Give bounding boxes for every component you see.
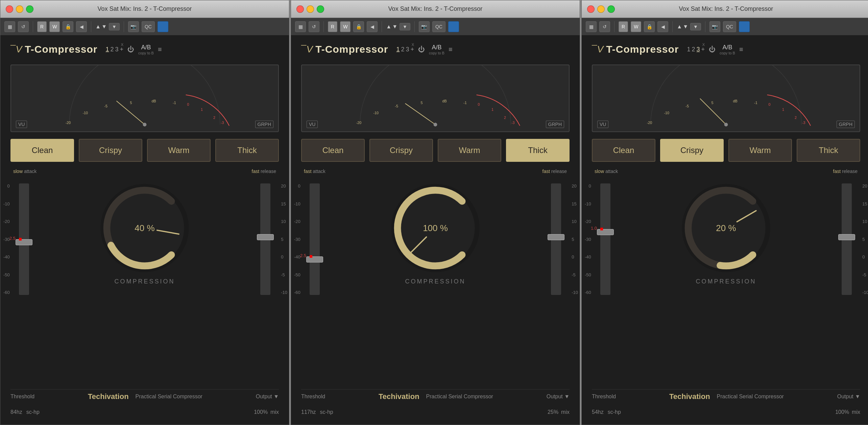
mode-btn-warm[interactable]: Warm xyxy=(147,139,211,162)
plugin-body: ¯V T-Compressor X 123+ ⏻ A/B copy to B ≡… xyxy=(291,35,580,425)
back-icon[interactable]: ◀ xyxy=(76,21,87,32)
preset-num-3[interactable]: 3 xyxy=(697,46,700,53)
mode-btn-crispy[interactable]: Crispy xyxy=(660,139,724,162)
preset-num-1[interactable]: 1 xyxy=(687,46,691,53)
power-icon[interactable]: ⏻ xyxy=(418,46,425,53)
nav-arrows[interactable]: ▲ ▼ ▼ xyxy=(677,23,701,30)
write-btn[interactable]: W xyxy=(340,21,351,32)
preset-num-+[interactable]: + xyxy=(120,46,124,53)
maximize-button[interactable] xyxy=(607,5,615,13)
grid-icon[interactable]: ▦ xyxy=(295,21,306,32)
threshold-slider[interactable]: 0-10-20-30-40-50-60 xyxy=(600,183,610,295)
output-slider[interactable]: 20151050-5-10 xyxy=(260,183,270,295)
subtitle-label: Practical Serial Compressor xyxy=(136,394,202,400)
svg-text:-3: -3 xyxy=(511,121,515,125)
sc-hp-value[interactable]: sc-hp xyxy=(320,409,333,415)
preset-num-+[interactable]: + xyxy=(411,46,414,53)
loop-icon[interactable]: ↺ xyxy=(599,21,610,32)
lock-icon[interactable]: 🔒 xyxy=(63,21,73,32)
maximize-button[interactable] xyxy=(317,5,324,13)
daw-toolbar: ▦ ↺ R W 🔒 ◀ ▲ ▼ ▼ 📷 QC xyxy=(291,18,580,35)
cam-icon[interactable]: 📷 xyxy=(419,21,430,32)
close-button[interactable] xyxy=(296,5,304,13)
output-thumb[interactable] xyxy=(548,234,564,240)
logo-symbol: ¯V xyxy=(592,45,603,54)
preset-num-2[interactable]: 2 xyxy=(111,46,114,53)
knob-container[interactable]: 40 % xyxy=(97,181,192,275)
output-thumb[interactable] xyxy=(838,234,855,240)
menu-icon[interactable]: ≡ xyxy=(739,46,743,53)
threshold-footer-label: Threshold xyxy=(592,394,616,400)
mode-btn-thick[interactable]: Thick xyxy=(797,139,860,162)
ab-button[interactable]: A/B xyxy=(723,44,732,51)
output-slider[interactable]: 20151050-5-10 xyxy=(551,183,561,295)
mode-btn-clean[interactable]: Clean xyxy=(592,139,655,162)
threshold-thumb[interactable] xyxy=(306,256,323,262)
qc-btn[interactable]: QC xyxy=(142,21,155,32)
lock-icon[interactable]: 🔒 xyxy=(644,21,655,32)
qc-btn[interactable]: QC xyxy=(723,21,736,32)
preset-num-3[interactable]: 3 xyxy=(115,46,119,53)
lock-icon[interactable]: 🔒 xyxy=(353,21,364,32)
minimize-button[interactable] xyxy=(307,5,314,13)
minimize-button[interactable] xyxy=(597,5,605,13)
menu-icon[interactable]: ≡ xyxy=(449,46,453,53)
header-controls: X 123+ ⏻ A/B copy to B ≡ xyxy=(106,44,162,55)
ab-button[interactable]: A/B xyxy=(141,44,151,51)
back-icon[interactable]: ◀ xyxy=(367,21,378,32)
preset-num-1[interactable]: 1 xyxy=(106,46,109,53)
knob-container[interactable]: 20 % xyxy=(679,181,773,275)
threshold-slider[interactable]: 0-10-20-30-40-50-60 xyxy=(310,183,320,295)
qc-btn[interactable]: QC xyxy=(432,21,445,32)
write-btn[interactable]: W xyxy=(49,21,60,32)
mode-btn-clean[interactable]: Clean xyxy=(10,139,74,162)
knob-container[interactable]: 100 % xyxy=(388,181,483,275)
preset-selector: X 123+ xyxy=(687,46,705,53)
plugin-logo: ¯V T-Compressor xyxy=(301,44,388,55)
mode-btn-warm[interactable]: Warm xyxy=(728,139,792,162)
freq-value[interactable]: 84hz xyxy=(10,409,22,415)
maximize-button[interactable] xyxy=(26,5,33,13)
sc-hp-value[interactable]: sc-hp xyxy=(608,409,621,415)
freq-value[interactable]: 117hz xyxy=(301,409,316,415)
loop-icon[interactable]: ↺ xyxy=(18,21,29,32)
preset-num-2[interactable]: 2 xyxy=(401,46,405,53)
mode-btn-warm[interactable]: Warm xyxy=(438,139,501,162)
output-thumb[interactable] xyxy=(257,234,274,240)
preset-num-1[interactable]: 1 xyxy=(396,46,400,53)
threshold-thumb[interactable] xyxy=(16,239,32,245)
nav-arrows[interactable]: ▲ ▼ ▼ xyxy=(386,23,410,30)
record-btn[interactable]: R xyxy=(37,21,47,32)
cam-icon[interactable]: 📷 xyxy=(709,21,720,32)
sc-hp-value[interactable]: sc-hp xyxy=(26,409,40,415)
loop-icon[interactable]: ↺ xyxy=(309,21,319,32)
power-icon[interactable]: ⏻ xyxy=(127,46,134,53)
mode-btn-crispy[interactable]: Crispy xyxy=(79,139,142,162)
menu-icon[interactable]: ≡ xyxy=(158,46,162,53)
close-button[interactable] xyxy=(587,5,595,13)
freq-value[interactable]: 54hz xyxy=(592,409,604,415)
output-slider[interactable]: 20151050-5-10 xyxy=(842,183,852,295)
footer-center: Techivation Practical Serial Compressor xyxy=(379,392,493,401)
nav-arrows[interactable]: ▲ ▼ ▼ xyxy=(95,23,120,30)
close-button[interactable] xyxy=(6,5,13,13)
mode-btn-crispy[interactable]: Crispy xyxy=(369,139,433,162)
mode-btn-clean[interactable]: Clean xyxy=(301,139,365,162)
ab-button[interactable]: A/B xyxy=(432,44,442,51)
record-btn[interactable]: R xyxy=(328,21,337,32)
back-icon[interactable]: ◀ xyxy=(657,21,668,32)
mode-btn-thick[interactable]: Thick xyxy=(215,139,279,162)
preset-num-+[interactable]: + xyxy=(701,46,705,53)
threshold-thumb[interactable] xyxy=(597,229,614,235)
power-icon[interactable]: ⏻ xyxy=(709,46,716,53)
grid-icon[interactable]: ▦ xyxy=(4,21,15,32)
record-btn[interactable]: R xyxy=(619,21,628,32)
cam-icon[interactable]: 📷 xyxy=(128,21,139,32)
grid-icon[interactable]: ▦ xyxy=(586,21,597,32)
preset-num-2[interactable]: 2 xyxy=(692,46,695,53)
minimize-button[interactable] xyxy=(16,5,23,13)
preset-num-3[interactable]: 3 xyxy=(406,46,409,53)
svg-text:2: 2 xyxy=(213,116,215,120)
write-btn[interactable]: W xyxy=(631,21,641,32)
mode-btn-thick[interactable]: Thick xyxy=(506,139,570,162)
